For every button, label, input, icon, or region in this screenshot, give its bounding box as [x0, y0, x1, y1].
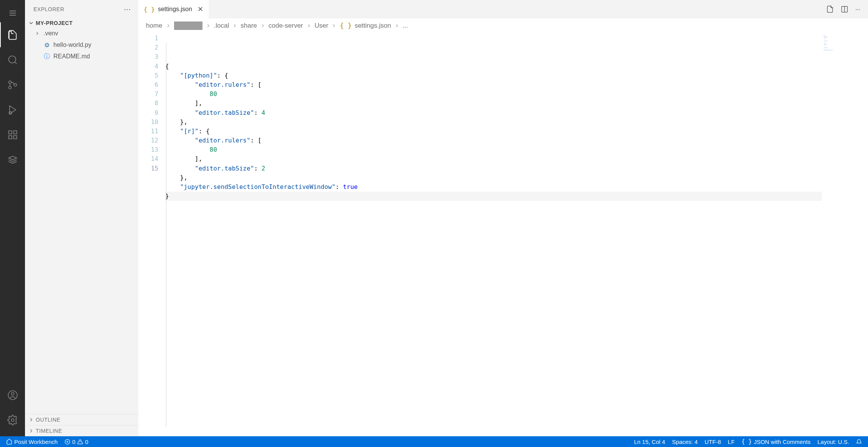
- project-name: MY-PROJECT: [36, 20, 73, 26]
- breadcrumb-item-redacted[interactable]: [174, 22, 202, 30]
- source-control-icon[interactable]: [0, 72, 25, 97]
- code-line[interactable]: },: [165, 118, 822, 127]
- code-line[interactable]: 80: [165, 145, 822, 154]
- line-number: 1: [138, 34, 158, 43]
- explorer-title: EXPLORER: [33, 6, 64, 12]
- line-number: 14: [138, 154, 158, 164]
- open-settings-ui-icon[interactable]: [826, 5, 834, 13]
- breadcrumb-tail[interactable]: ...: [403, 22, 408, 30]
- project-header[interactable]: MY-PROJECT: [25, 18, 138, 28]
- tree-item-label: README.md: [53, 53, 90, 60]
- code-line[interactable]: {: [165, 62, 822, 71]
- breadcrumb-item[interactable]: User: [315, 22, 329, 30]
- svg-point-5: [8, 81, 11, 83]
- breadcrumb-item[interactable]: share: [241, 22, 257, 30]
- braces-icon: { }: [742, 438, 752, 445]
- code-line[interactable]: "jupyter.sendSelectionToInteractiveWindo…: [165, 182, 822, 192]
- code-line[interactable]: },: [165, 173, 822, 182]
- menu-icon[interactable]: [0, 4, 25, 22]
- extensions-icon[interactable]: [0, 122, 25, 147]
- minimap-content: ▬▬ ▬▬▬▬▬ ▬▬▬▬▬▬ ▬ ▬ ▬▬▬▬▬▬ ▬ ▬ ▬▬▬ ▬▬▬▬▬…: [823, 35, 866, 52]
- minimap[interactable]: ▬▬ ▬▬▬▬▬ ▬▬▬▬▬▬ ▬ ▬ ▬▬▬▬▬▬ ▬ ▬ ▬▬▬ ▬▬▬▬▬…: [822, 33, 868, 436]
- code-line[interactable]: "editor.tabSize": 4: [165, 108, 822, 118]
- status-errors-count: 0: [72, 439, 75, 445]
- settings-gear-icon[interactable]: [0, 407, 25, 432]
- line-number: 4: [138, 62, 158, 71]
- close-icon[interactable]: ✕: [197, 5, 203, 13]
- tree-item-label: hello-world.py: [53, 41, 91, 48]
- line-number: 8: [138, 99, 158, 108]
- chevron-right-icon: [206, 23, 211, 28]
- line-number: 10: [138, 118, 158, 127]
- line-number-gutter: 123456789101112131415: [138, 33, 165, 436]
- code-line[interactable]: "editor.rulers": [: [165, 136, 822, 145]
- status-encoding[interactable]: UTF-8: [703, 439, 723, 445]
- chevron-right-icon: [394, 23, 400, 28]
- tree-item-file[interactable]: ⓘ README.md: [25, 51, 138, 62]
- tab-settings-json[interactable]: { } settings.json ✕: [138, 0, 209, 18]
- breadcrumb-item[interactable]: .local: [214, 22, 229, 30]
- line-number: 9: [138, 108, 158, 118]
- line-number: 13: [138, 145, 158, 154]
- search-icon[interactable]: [0, 47, 25, 72]
- code-line[interactable]: ],: [165, 99, 822, 108]
- svg-point-16: [11, 419, 14, 421]
- posit-icon[interactable]: [0, 147, 25, 172]
- tab-bar-actions: ⋯: [826, 0, 868, 18]
- code-line[interactable]: "editor.tabSize": 2: [165, 164, 822, 173]
- accounts-icon[interactable]: [0, 382, 25, 407]
- explorer-more-icon[interactable]: ⋯: [124, 5, 131, 13]
- tree-item-file[interactable]: ⚙ hello-world.py: [25, 39, 138, 51]
- split-editor-icon[interactable]: [841, 5, 848, 13]
- svg-rect-12: [13, 136, 17, 139]
- line-number: 11: [138, 127, 158, 136]
- chevron-right-icon: [232, 23, 237, 28]
- explorer-sidebar: EXPLORER ⋯ MY-PROJECT .venv ⚙ hello-worl…: [25, 0, 138, 436]
- editor-more-icon[interactable]: ⋯: [855, 7, 860, 12]
- explorer-icon[interactable]: [0, 22, 25, 47]
- status-cursor[interactable]: Ln 15, Col 4: [632, 439, 667, 445]
- code-line[interactable]: 80: [165, 89, 822, 99]
- tab-label: settings.json: [158, 6, 192, 13]
- svg-rect-10: [8, 131, 12, 134]
- chevron-right-icon: [331, 23, 337, 28]
- svg-point-15: [11, 392, 14, 395]
- code-line[interactable]: "[python]": {: [165, 71, 822, 80]
- status-notifications-icon[interactable]: [855, 439, 863, 445]
- braces-icon: { }: [144, 6, 155, 13]
- breadcrumb-file[interactable]: settings.json: [355, 22, 391, 30]
- run-debug-icon[interactable]: [0, 97, 25, 122]
- timeline-label: TIMELINE: [36, 428, 62, 434]
- breadcrumb-item[interactable]: home: [146, 22, 163, 30]
- status-remote[interactable]: Posit Workbench: [5, 439, 59, 445]
- chevron-right-icon: [166, 23, 171, 28]
- line-number: 2: [138, 43, 158, 52]
- outline-section[interactable]: OUTLINE: [25, 414, 138, 425]
- chevron-right-icon: [260, 23, 266, 28]
- status-eol[interactable]: LF: [726, 439, 736, 445]
- svg-point-7: [14, 83, 17, 86]
- status-problems[interactable]: 0 0: [63, 439, 90, 445]
- editor-area: { } settings.json ✕ ⋯ home .local share …: [138, 0, 868, 436]
- line-number: 7: [138, 89, 158, 99]
- svg-point-6: [8, 86, 11, 89]
- status-warnings-count: 0: [85, 439, 88, 445]
- code-line[interactable]: "editor.rulers": [: [165, 80, 822, 89]
- status-bar: Posit Workbench 0 0 Ln 15, Col 4 Spaces:…: [0, 436, 868, 447]
- svg-marker-8: [9, 106, 15, 114]
- status-indent[interactable]: Spaces: 4: [671, 439, 699, 445]
- status-language[interactable]: { } JSON with Comments: [740, 438, 812, 445]
- timeline-section[interactable]: TIMELINE: [25, 425, 138, 436]
- code-line[interactable]: "[r]": {: [165, 127, 822, 136]
- chevron-down-icon: [28, 20, 34, 26]
- line-number: 15: [138, 164, 158, 173]
- code-line[interactable]: }: [165, 192, 822, 201]
- svg-point-3: [8, 56, 16, 63]
- code-line[interactable]: ],: [165, 154, 822, 164]
- status-layout[interactable]: Layout: U.S.: [816, 439, 851, 445]
- tree-item-folder[interactable]: .venv: [25, 28, 138, 39]
- tree-item-label: .venv: [43, 30, 58, 37]
- breadcrumb-item[interactable]: code-server: [269, 22, 303, 30]
- python-icon: ⚙: [43, 41, 50, 49]
- code-editor[interactable]: { "[python]": { "editor.rulers": [ 80 ],…: [165, 33, 822, 436]
